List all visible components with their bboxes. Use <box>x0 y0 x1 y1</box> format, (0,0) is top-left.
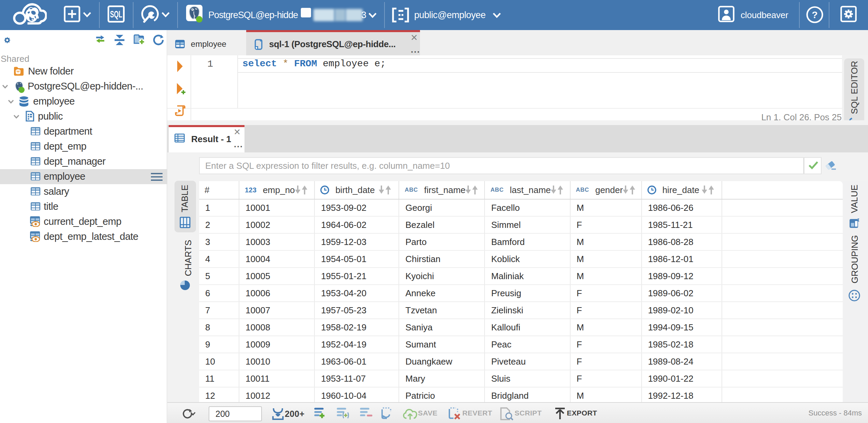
svg-text:SQL: SQL <box>110 9 122 19</box>
svg-text:?: ? <box>812 10 817 20</box>
